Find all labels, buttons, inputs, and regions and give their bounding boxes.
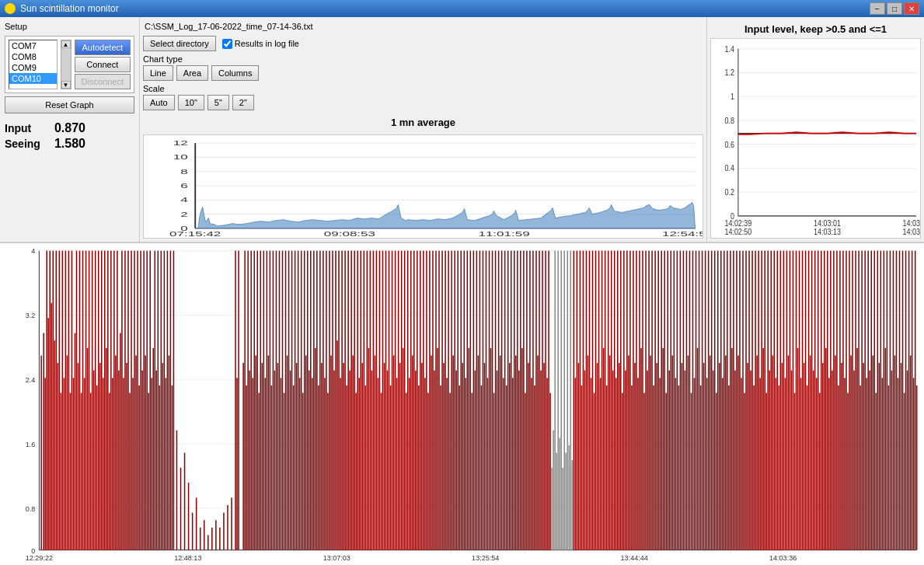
svg-rect-409 [620, 251, 622, 550]
svg-rect-554 [847, 393, 849, 550]
results-log-checkbox-label[interactable]: Results in log file [222, 39, 299, 49]
com-list-scrollbar[interactable]: ▲ ▼ [61, 40, 71, 89]
reset-graph-button[interactable]: Reset Graph [5, 96, 134, 113]
maximize-button[interactable]: □ [887, 2, 902, 15]
svg-rect-573 [877, 251, 879, 550]
svg-rect-449 [683, 251, 685, 550]
svg-rect-238 [352, 355, 354, 549]
svg-rect-388 [588, 355, 589, 549]
svg-text:1.2: 1.2 [724, 68, 734, 77]
svg-rect-126 [137, 251, 138, 550]
svg-rect-428 [650, 355, 651, 549]
svg-rect-471 [717, 251, 719, 550]
svg-rect-348 [525, 393, 526, 550]
svg-rect-568 [869, 371, 870, 550]
svg-rect-469 [714, 251, 716, 550]
close-button[interactable]: ✕ [904, 2, 919, 15]
autodetect-button[interactable]: Autodetect [75, 40, 131, 55]
svg-rect-252 [375, 355, 376, 549]
svg-rect-342 [515, 355, 517, 549]
chart-type-columns[interactable]: Columns [211, 65, 259, 81]
scale-2[interactable]: 2" [232, 95, 254, 110]
com-port-item-selected[interactable]: COM10 [9, 73, 57, 84]
svg-rect-506 [772, 355, 774, 549]
svg-rect-284 [424, 378, 426, 549]
svg-rect-460 [700, 385, 702, 550]
connect-button[interactable]: Connect [75, 57, 131, 72]
svg-rect-341 [514, 251, 515, 550]
scale-10[interactable]: 10" [178, 95, 204, 110]
chart-type-area[interactable]: Area [176, 65, 208, 81]
svg-rect-386 [584, 371, 586, 550]
svg-rect-569 [870, 251, 872, 550]
svg-rect-345 [520, 251, 521, 550]
svg-rect-368 [556, 453, 557, 550]
svg-rect-452 [688, 355, 689, 549]
svg-rect-291 [435, 251, 437, 550]
setup-label: Setup [5, 22, 134, 31]
svg-rect-591 [905, 251, 907, 550]
svg-rect-402 [609, 355, 611, 549]
svg-rect-94 [87, 348, 89, 550]
com-port-item[interactable]: COM8 [9, 51, 57, 62]
svg-rect-543 [830, 251, 832, 550]
svg-rect-132 [146, 251, 148, 550]
svg-rect-240 [355, 393, 357, 550]
svg-rect-574 [879, 363, 880, 550]
svg-rect-544 [832, 371, 833, 550]
svg-rect-191 [279, 251, 281, 550]
com-port-list[interactable]: COM7 COM8 COM9 COM10 [9, 40, 58, 89]
svg-rect-233 [344, 251, 346, 550]
svg-rect-456 [694, 378, 696, 549]
svg-rect-121 [129, 393, 131, 550]
svg-rect-109 [110, 251, 112, 550]
select-directory-button[interactable]: Select directory [143, 36, 216, 51]
svg-rect-84 [71, 251, 73, 550]
svg-rect-437 [664, 251, 665, 550]
svg-rect-425 [645, 251, 647, 550]
svg-rect-549 [839, 251, 841, 550]
svg-rect-533 [814, 251, 816, 550]
svg-rect-593 [908, 251, 910, 550]
svg-rect-199 [291, 251, 293, 550]
svg-rect-258 [384, 363, 385, 550]
svg-rect-167 [238, 251, 239, 550]
svg-text:0.6: 0.6 [724, 139, 734, 148]
svg-rect-481 [733, 251, 734, 550]
svg-rect-496 [756, 355, 758, 549]
svg-rect-89 [79, 251, 81, 550]
svg-rect-560 [856, 348, 858, 550]
svg-rect-111 [113, 251, 115, 550]
svg-rect-546 [835, 355, 836, 549]
com-port-item[interactable]: COM9 [9, 62, 57, 73]
chart-type-line[interactable]: Line [143, 65, 173, 81]
svg-rect-475 [724, 251, 725, 550]
svg-text:4: 4 [180, 196, 188, 204]
svg-text:10: 10 [173, 153, 188, 161]
svg-rect-281 [420, 251, 421, 550]
svg-rect-450 [685, 371, 686, 550]
svg-rect-303 [454, 251, 455, 550]
svg-rect-251 [373, 251, 375, 550]
minimize-button[interactable]: − [870, 2, 885, 15]
svg-rect-505 [771, 251, 772, 550]
svg-rect-99 [95, 251, 96, 550]
scroll-down[interactable]: ▼ [61, 81, 71, 89]
svg-rect-110 [112, 378, 113, 549]
svg-rect-551 [842, 251, 844, 550]
svg-rect-353 [532, 251, 534, 550]
svg-rect-500 [762, 348, 764, 550]
scale-auto[interactable]: Auto [143, 95, 175, 110]
results-log-checkbox[interactable] [222, 39, 232, 49]
svg-rect-180 [262, 363, 263, 550]
svg-rect-193 [282, 251, 284, 550]
svg-rect-420 [637, 378, 639, 549]
svg-rect-201 [295, 251, 296, 550]
svg-text:14:03:36: 14:03:36 [903, 227, 920, 236]
scroll-up[interactable]: ▲ [61, 40, 71, 48]
svg-rect-184 [268, 355, 270, 549]
scale-5[interactable]: 5" [207, 95, 229, 110]
disconnect-button[interactable]: Disconnect [75, 74, 131, 89]
com-port-item[interactable]: COM7 [9, 40, 57, 51]
svg-rect-172 [249, 371, 250, 550]
